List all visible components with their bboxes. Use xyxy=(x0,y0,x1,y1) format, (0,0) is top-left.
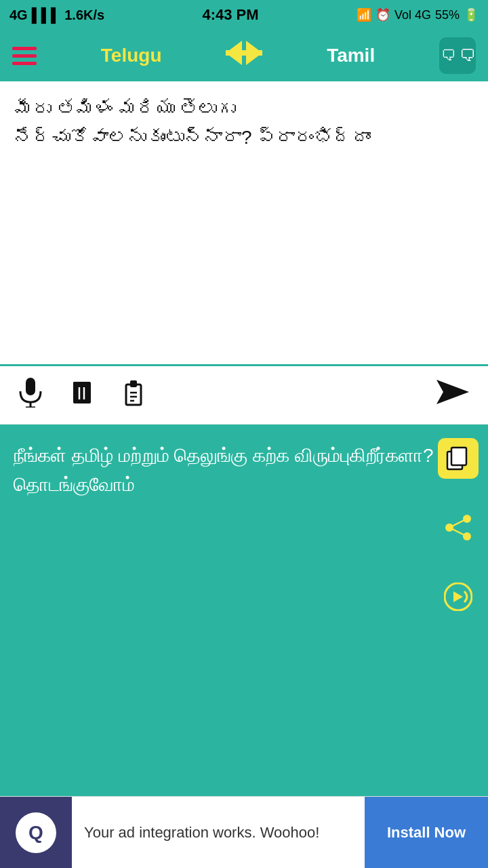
install-now-button[interactable]: Install Now xyxy=(365,797,488,869)
svg-rect-12 xyxy=(130,380,137,387)
svg-marker-16 xyxy=(436,380,469,404)
menu-button[interactable] xyxy=(12,47,37,65)
speed-label: 1.6K/s xyxy=(64,7,104,23)
translate-icon-button[interactable]: 🗨 🗨 xyxy=(439,37,476,74)
input-text[interactable]: మీరు తమిళం మరియు తెలుగు నేర్చుకోవాలనుకుం… xyxy=(14,95,474,244)
ad-text: Your ad integration works. Woohoo! xyxy=(72,824,365,842)
output-actions xyxy=(438,438,479,617)
ad-logo-text: Q xyxy=(28,822,43,844)
network-label: 4G xyxy=(9,7,28,23)
status-bar: 4G ▌▌▌ 1.6K/s 4:43 PM 📶 ⏰ Vol 4G 55% 🔋 xyxy=(0,0,488,30)
battery-icon: 🔋 xyxy=(464,7,479,22)
svg-rect-8 xyxy=(73,382,77,403)
ad-logo: Q xyxy=(0,797,72,869)
svg-marker-1 xyxy=(226,41,262,65)
svg-rect-3 xyxy=(26,378,35,395)
status-left: 4G ▌▌▌ 1.6K/s xyxy=(9,7,104,23)
output-area: நீங்கள் தமிழ் மற்றும் தெலுங்கு கற்க விரு… xyxy=(0,425,488,796)
hamburger-line-1 xyxy=(12,47,37,50)
svg-rect-18 xyxy=(451,448,466,465)
signal-icon: ▌▌▌ xyxy=(32,7,61,23)
action-bar-left xyxy=(19,378,436,413)
svg-marker-25 xyxy=(453,591,463,602)
network-type-label: Vol 4G xyxy=(394,8,431,22)
hamburger-line-2 xyxy=(12,54,37,58)
swap-languages-button[interactable] xyxy=(226,41,262,71)
input-divider xyxy=(0,364,488,366)
svg-text:🗨: 🗨 xyxy=(441,47,456,64)
alarm-icon: ⏰ xyxy=(375,7,390,22)
status-right: 📶 ⏰ Vol 4G 55% 🔋 xyxy=(357,7,479,22)
status-time: 4:43 PM xyxy=(202,6,258,24)
share-button[interactable] xyxy=(438,507,479,548)
ad-banner: Q Your ad integration works. Woohoo! Ins… xyxy=(0,796,488,868)
delete-button[interactable] xyxy=(70,378,94,413)
paste-button[interactable] xyxy=(122,378,145,413)
send-button[interactable] xyxy=(436,377,469,414)
svg-line-23 xyxy=(449,528,467,536)
action-bar xyxy=(0,366,488,425)
ad-logo-inner: Q xyxy=(16,812,56,853)
target-language-label[interactable]: Tamil xyxy=(327,45,375,66)
svg-point-19 xyxy=(463,515,471,523)
mic-button[interactable] xyxy=(19,378,42,413)
toolbar: Telugu Tamil 🗨 🗨 xyxy=(0,30,488,81)
source-language-label[interactable]: Telugu xyxy=(101,45,162,66)
output-text: நீங்கள் தமிழ் மற்றும் தெலுங்கு கற்க விரு… xyxy=(14,441,434,500)
svg-rect-11 xyxy=(126,384,141,405)
bluetooth-icon: 📶 xyxy=(357,7,371,22)
hamburger-line-3 xyxy=(12,62,37,65)
battery-label: 55% xyxy=(435,8,460,22)
svg-line-22 xyxy=(449,519,467,528)
copy-button[interactable] xyxy=(438,438,479,479)
audio-button[interactable] xyxy=(438,576,479,617)
input-area: మీరు తమిళం మరియు తెలుగు నేర్చుకోవాలనుకుం… xyxy=(0,81,488,366)
